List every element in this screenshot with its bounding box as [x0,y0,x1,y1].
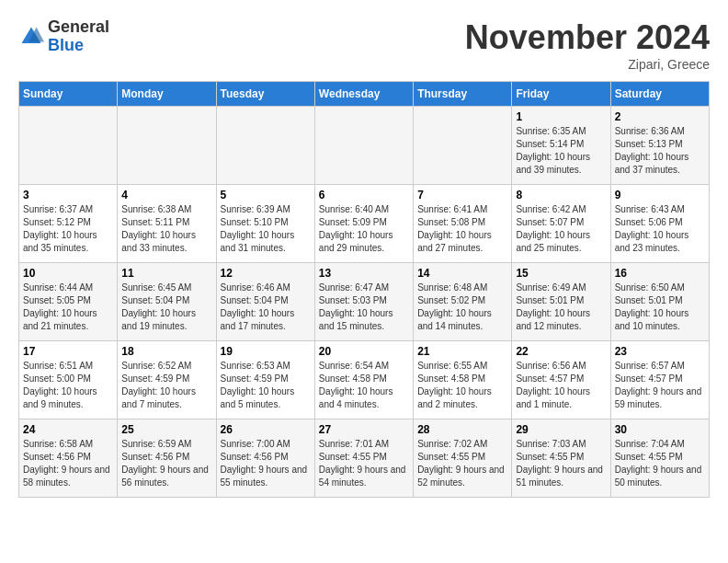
week-row-3: 10Sunrise: 6:44 AM Sunset: 5:05 PM Dayli… [19,263,710,341]
day-number: 2 [615,110,705,123]
day-number: 21 [417,345,507,358]
weekday-header-friday: Friday [512,82,610,107]
day-info: Sunrise: 7:01 AM Sunset: 4:55 PM Dayligh… [319,438,409,489]
day-cell: 13Sunrise: 6:47 AM Sunset: 5:03 PM Dayli… [314,263,413,341]
day-info: Sunrise: 6:56 AM Sunset: 4:57 PM Dayligh… [516,360,606,411]
day-number: 29 [516,423,606,436]
day-number: 24 [23,423,113,436]
day-info: Sunrise: 6:53 AM Sunset: 4:59 PM Dayligh… [221,360,311,411]
logo-general-text: General [48,18,109,37]
day-number: 6 [319,189,409,201]
day-info: Sunrise: 7:00 AM Sunset: 4:56 PM Dayligh… [221,438,311,489]
day-number: 14 [417,267,507,280]
day-cell: 19Sunrise: 6:53 AM Sunset: 4:59 PM Dayli… [216,341,314,419]
day-number: 15 [516,267,606,280]
day-number: 8 [516,189,606,201]
day-number: 13 [319,267,409,280]
day-cell: 27Sunrise: 7:01 AM Sunset: 4:55 PM Dayli… [314,419,413,498]
day-cell: 14Sunrise: 6:48 AM Sunset: 5:02 PM Dayli… [414,263,512,341]
day-cell [314,107,413,185]
location-subtitle: Zipari, Greece [465,57,710,72]
day-cell: 21Sunrise: 6:55 AM Sunset: 4:58 PM Dayli… [414,341,512,419]
day-number: 28 [417,423,507,436]
day-number: 1 [516,110,606,123]
day-cell: 15Sunrise: 6:49 AM Sunset: 5:01 PM Dayli… [512,263,610,341]
day-info: Sunrise: 6:59 AM Sunset: 4:56 PM Dayligh… [121,438,211,489]
day-info: Sunrise: 6:42 AM Sunset: 5:07 PM Dayligh… [516,203,606,255]
day-info: Sunrise: 6:36 AM Sunset: 5:13 PM Dayligh… [615,125,705,177]
day-cell: 28Sunrise: 7:02 AM Sunset: 4:55 PM Dayli… [414,419,512,498]
week-row-2: 3Sunrise: 6:37 AM Sunset: 5:12 PM Daylig… [19,185,710,263]
day-info: Sunrise: 7:03 AM Sunset: 4:55 PM Dayligh… [516,438,606,489]
weekday-header-monday: Monday [118,82,216,107]
day-number: 25 [121,423,211,436]
calendar-table: SundayMondayTuesdayWednesdayThursdayFrid… [18,81,710,498]
day-info: Sunrise: 6:52 AM Sunset: 4:59 PM Dayligh… [121,360,211,411]
day-cell [19,107,118,185]
day-cell: 26Sunrise: 7:00 AM Sunset: 4:56 PM Dayli… [216,419,314,498]
week-row-1: 1Sunrise: 6:35 AM Sunset: 5:14 PM Daylig… [19,107,710,185]
day-cell: 23Sunrise: 6:57 AM Sunset: 4:57 PM Dayli… [610,341,709,419]
weekday-header-wednesday: Wednesday [314,82,413,107]
month-title: November 2024 [465,18,710,57]
day-number: 22 [516,345,606,358]
day-number: 16 [615,267,705,280]
day-number: 30 [615,423,705,436]
day-info: Sunrise: 6:40 AM Sunset: 5:09 PM Dayligh… [319,203,409,255]
day-cell: 7Sunrise: 6:41 AM Sunset: 5:08 PM Daylig… [414,185,512,263]
day-number: 12 [221,267,311,280]
day-number: 11 [121,267,211,280]
day-cell: 11Sunrise: 6:45 AM Sunset: 5:04 PM Dayli… [118,263,216,341]
day-cell: 24Sunrise: 6:58 AM Sunset: 4:56 PM Dayli… [19,419,118,498]
day-cell: 5Sunrise: 6:39 AM Sunset: 5:10 PM Daylig… [216,185,314,263]
day-number: 19 [221,345,311,358]
day-cell: 20Sunrise: 6:54 AM Sunset: 4:58 PM Dayli… [314,341,413,419]
day-info: Sunrise: 6:57 AM Sunset: 4:57 PM Dayligh… [615,360,705,411]
day-cell: 9Sunrise: 6:43 AM Sunset: 5:06 PM Daylig… [610,185,709,263]
weekday-header-thursday: Thursday [414,82,512,107]
day-info: Sunrise: 6:49 AM Sunset: 5:01 PM Dayligh… [516,282,606,333]
weekday-header-sunday: Sunday [19,82,118,107]
day-number: 7 [417,189,507,201]
day-cell: 18Sunrise: 6:52 AM Sunset: 4:59 PM Dayli… [118,341,216,419]
day-number: 26 [221,423,311,436]
day-number: 17 [23,345,113,358]
title-section: November 2024 Zipari, Greece [465,18,710,72]
day-number: 9 [615,189,705,201]
page-header: General Blue November 2024 Zipari, Greec… [18,18,710,72]
day-info: Sunrise: 6:38 AM Sunset: 5:11 PM Dayligh… [121,203,211,255]
day-cell: 17Sunrise: 6:51 AM Sunset: 5:00 PM Dayli… [19,341,118,419]
day-cell: 29Sunrise: 7:03 AM Sunset: 4:55 PM Dayli… [512,419,610,498]
day-cell: 12Sunrise: 6:46 AM Sunset: 5:04 PM Dayli… [216,263,314,341]
weekday-header-row: SundayMondayTuesdayWednesdayThursdayFrid… [19,82,710,107]
day-info: Sunrise: 6:58 AM Sunset: 4:56 PM Dayligh… [23,438,113,489]
day-number: 5 [221,189,311,201]
day-info: Sunrise: 6:39 AM Sunset: 5:10 PM Dayligh… [221,203,311,255]
day-cell: 10Sunrise: 6:44 AM Sunset: 5:05 PM Dayli… [19,263,118,341]
day-info: Sunrise: 6:43 AM Sunset: 5:06 PM Dayligh… [615,203,705,255]
day-cell: 4Sunrise: 6:38 AM Sunset: 5:11 PM Daylig… [118,185,216,263]
day-info: Sunrise: 6:46 AM Sunset: 5:04 PM Dayligh… [221,282,311,333]
day-cell: 25Sunrise: 6:59 AM Sunset: 4:56 PM Dayli… [118,419,216,498]
logo: General Blue [18,18,109,55]
day-cell [118,107,216,185]
day-info: Sunrise: 6:54 AM Sunset: 4:58 PM Dayligh… [319,360,409,411]
weekday-header-tuesday: Tuesday [216,82,314,107]
day-info: Sunrise: 6:35 AM Sunset: 5:14 PM Dayligh… [516,125,606,177]
day-cell: 6Sunrise: 6:40 AM Sunset: 5:09 PM Daylig… [314,185,413,263]
day-cell [216,107,314,185]
day-cell: 16Sunrise: 6:50 AM Sunset: 5:01 PM Dayli… [610,263,709,341]
day-number: 4 [121,189,211,201]
day-number: 18 [121,345,211,358]
day-number: 27 [319,423,409,436]
day-cell: 8Sunrise: 6:42 AM Sunset: 5:07 PM Daylig… [512,185,610,263]
week-row-5: 24Sunrise: 6:58 AM Sunset: 4:56 PM Dayli… [19,419,710,498]
day-info: Sunrise: 6:41 AM Sunset: 5:08 PM Dayligh… [417,203,507,255]
day-info: Sunrise: 6:50 AM Sunset: 5:01 PM Dayligh… [615,282,705,333]
day-info: Sunrise: 7:04 AM Sunset: 4:55 PM Dayligh… [615,438,705,489]
day-cell: 2Sunrise: 6:36 AM Sunset: 5:13 PM Daylig… [610,107,709,185]
day-info: Sunrise: 7:02 AM Sunset: 4:55 PM Dayligh… [417,438,507,489]
logo-blue-text: Blue [48,37,109,55]
weekday-header-saturday: Saturday [610,82,709,107]
day-cell: 22Sunrise: 6:56 AM Sunset: 4:57 PM Dayli… [512,341,610,419]
